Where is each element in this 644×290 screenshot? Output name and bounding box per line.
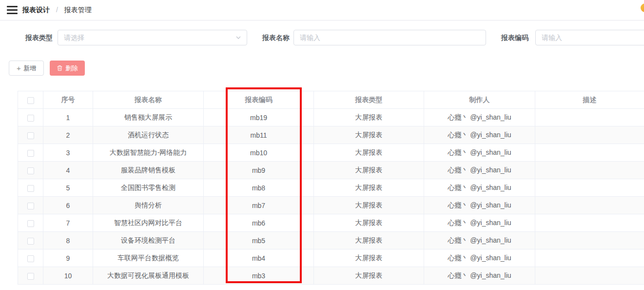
row-report-code: mb5	[204, 232, 314, 249]
row-creator: 心癮丶 @yi_shan_liu	[424, 214, 535, 232]
breadcrumb-report-management: 报表管理	[64, 6, 92, 14]
row-description	[535, 126, 644, 144]
plus-icon: +	[17, 64, 21, 72]
trash-icon	[57, 65, 63, 71]
row-checkbox-cell	[18, 126, 43, 144]
delete-button-label: 删除	[65, 64, 78, 73]
row-seq: 10	[43, 267, 93, 285]
row-checkbox[interactable]	[27, 115, 34, 122]
report-type-select[interactable]	[58, 30, 247, 45]
row-seq: 6	[43, 197, 93, 214]
row-report-name: 全国图书零售检测	[93, 179, 204, 197]
row-checkbox-cell	[18, 232, 43, 249]
row-report-name: 大数据可视化展板通用模板	[93, 267, 204, 285]
row-report-name: 车联网平台数据概览	[93, 249, 204, 267]
header-code: 报表编码	[204, 91, 314, 109]
row-report-name: 设备环境检测平台	[93, 232, 204, 249]
breadcrumb-separator: /	[56, 6, 58, 14]
row-checkbox[interactable]	[27, 132, 34, 139]
table-row: 5全国图书零售检测mb8大屏报表心癮丶 @yi_shan_liu	[18, 179, 644, 197]
report-type-label: 报表类型	[25, 30, 53, 45]
report-code-input[interactable]	[535, 30, 644, 45]
delete-button[interactable]: 删除	[50, 61, 85, 76]
row-description	[535, 162, 644, 179]
row-checkbox-cell	[18, 249, 43, 267]
row-checkbox[interactable]	[27, 238, 34, 245]
row-checkbox[interactable]	[27, 150, 34, 157]
row-seq: 5	[43, 179, 93, 197]
table-row: 2酒机运行状态mb11大屏报表心癮丶 @yi_shan_liu	[18, 126, 644, 144]
row-report-type: 大屏报表	[314, 197, 424, 214]
row-report-code: mb6	[204, 214, 314, 232]
table-row: 7智慧社区内网对比平台mb6大屏报表心癮丶 @yi_shan_liu	[18, 214, 644, 232]
row-report-type: 大屏报表	[314, 126, 424, 144]
row-description	[535, 232, 644, 249]
report-name-label: 报表名称	[262, 30, 290, 45]
row-checkbox-cell	[18, 267, 43, 285]
row-report-name: 酒机运行状态	[93, 126, 204, 144]
header-seq: 序号	[43, 91, 93, 109]
report-table: 序号 报表名称 报表编码 报表类型 制作人 描述 1销售额大屏展示mb19大屏报…	[18, 91, 644, 285]
select-all-checkbox[interactable]	[27, 97, 34, 104]
header-select-all	[18, 91, 43, 109]
row-checkbox-cell	[18, 214, 43, 232]
row-report-type: 大屏报表	[314, 144, 424, 162]
row-creator: 心癮丶 @yi_shan_liu	[424, 179, 535, 197]
row-checkbox[interactable]	[27, 185, 34, 192]
row-description	[535, 214, 644, 232]
row-description	[535, 144, 644, 162]
add-button-label: 新增	[23, 64, 36, 73]
row-checkbox[interactable]	[27, 255, 34, 262]
row-creator: 心癮丶 @yi_shan_liu	[424, 109, 535, 126]
row-seq: 3	[43, 144, 93, 162]
row-report-code: mb4	[204, 249, 314, 267]
header-desc: 描述	[535, 91, 644, 109]
row-checkbox[interactable]	[27, 203, 34, 209]
row-creator: 心癮丶 @yi_shan_liu	[424, 144, 535, 162]
row-report-type: 大屏报表	[314, 249, 424, 267]
header-type: 报表类型	[314, 91, 424, 109]
row-report-code: mb7	[204, 197, 314, 214]
row-report-code: mb10	[204, 144, 314, 162]
breadcrumb-report-design[interactable]: 报表设计	[22, 6, 50, 14]
table-row: 8设备环境检测平台mb5大屏报表心癮丶 @yi_shan_liu	[18, 232, 644, 249]
table-header-row: 序号 报表名称 报表编码 报表类型 制作人 描述	[18, 91, 644, 109]
row-report-code: mb11	[204, 126, 314, 144]
row-report-type: 大屏报表	[314, 109, 424, 126]
row-report-code: mb9	[204, 162, 314, 179]
row-description	[535, 267, 644, 285]
header-name: 报表名称	[93, 91, 204, 109]
table-row: 9车联网平台数据概览mb4大屏报表心癮丶 @yi_shan_liu	[18, 249, 644, 267]
row-seq: 2	[43, 126, 93, 144]
row-checkbox-cell	[18, 144, 43, 162]
table-row: 1销售额大屏展示mb19大屏报表心癮丶 @yi_shan_liu	[18, 109, 644, 126]
row-report-name: 销售额大屏展示	[93, 109, 204, 126]
row-checkbox[interactable]	[27, 167, 34, 174]
avatar[interactable]	[641, 3, 644, 12]
report-code-label: 报表编码	[501, 30, 528, 45]
row-creator: 心癮丶 @yi_shan_liu	[424, 162, 535, 179]
row-report-name: 服装品牌销售模板	[93, 162, 204, 179]
row-report-name: 舆情分析	[93, 197, 204, 214]
row-checkbox-cell	[18, 197, 43, 214]
table-row: 10大数据可视化展板通用模板mb3大屏报表心癮丶 @yi_shan_liu	[18, 267, 644, 285]
row-report-type: 大屏报表	[314, 267, 424, 285]
row-report-type: 大屏报表	[314, 162, 424, 179]
row-description	[535, 109, 644, 126]
row-seq: 4	[43, 162, 93, 179]
table-row: 4服装品牌销售模板mb9大屏报表心癮丶 @yi_shan_liu	[18, 162, 644, 179]
row-checkbox[interactable]	[27, 220, 34, 227]
header-creator: 制作人	[424, 91, 535, 109]
hamburger-menu-icon[interactable]	[7, 6, 18, 15]
row-seq: 7	[43, 214, 93, 232]
row-report-type: 大屏报表	[314, 179, 424, 197]
row-checkbox[interactable]	[27, 273, 34, 280]
row-seq: 8	[43, 232, 93, 249]
top-navbar: 报表设计 / 报表管理	[0, 0, 644, 21]
row-description	[535, 249, 644, 267]
add-button[interactable]: + 新增	[9, 61, 44, 76]
report-name-input[interactable]	[293, 30, 486, 45]
table-row: 6舆情分析mb7大屏报表心癮丶 @yi_shan_liu	[18, 197, 644, 214]
table-row: 3大数据智慧能力-网络能力mb10大屏报表心癮丶 @yi_shan_liu	[18, 144, 644, 162]
row-report-code: mb19	[204, 109, 314, 126]
